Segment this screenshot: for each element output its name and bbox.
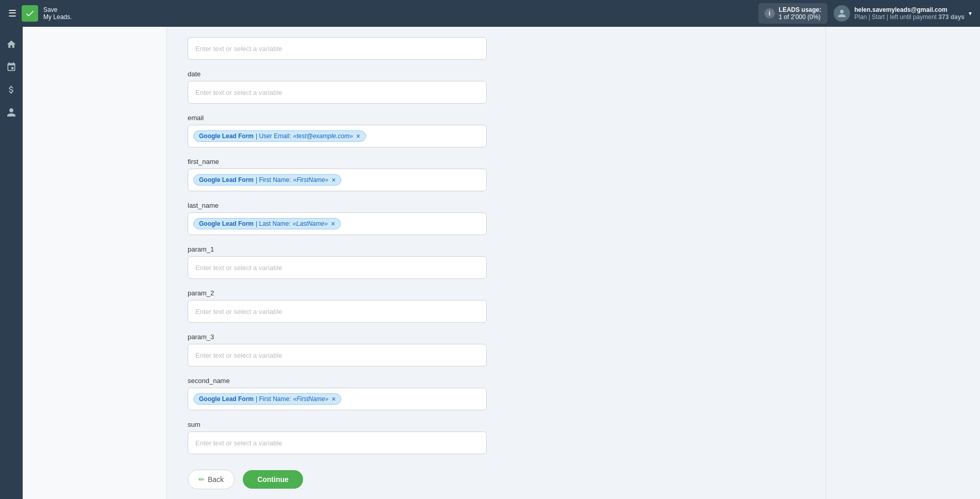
date-field-input[interactable]: Enter text or select a variable [188,81,487,104]
top-field-input[interactable]: Enter text or select a variable [188,37,487,60]
last-name-label: last_name [188,202,487,209]
sidebar [0,27,23,499]
second-name-tag-value: «FirstName» [293,395,328,403]
header: ☰ Save My Leads. i LEADS usage: 1 of 2'0… [0,0,980,27]
second-name-label: second_name [188,377,487,385]
field-group-email: email Google Lead Form | User Email: «te… [188,114,487,147]
email-label: email [188,114,487,122]
field-group-date: date Enter text or select a variable [188,70,487,104]
header-left: ☰ Save My Leads. [8,5,72,22]
field-group-sum: sum Enter text or select a variable [188,421,487,454]
left-panel [23,27,167,499]
logo-icon [22,5,38,22]
email-tag-source: Google Lead Form [199,132,254,140]
param2-label: param_2 [188,289,487,297]
leads-usage-text: LEADS usage: 1 of 2'000 (0%) [779,6,822,21]
date-label: date [188,70,487,78]
second-name-tag-close[interactable]: × [331,395,336,403]
logo-text: Save My Leads. [43,6,72,21]
user-avatar [834,5,850,22]
email-tag-value: «test@example.com» [293,132,353,140]
second-name-field-input[interactable]: Google Lead Form | First Name: «FirstNam… [188,388,487,410]
field-group-top: Enter text or select a variable [188,37,487,60]
first-name-tag-separator: | First Name: [256,176,291,184]
leads-usage-widget: i LEADS usage: 1 of 2'000 (0%) [758,3,828,24]
main-content: Enter text or select a variable date Ent… [23,27,980,499]
user-details: helen.savemyleads@gmail.com Plan | Start… [854,6,965,21]
last-name-tag-value: «LastName» [293,220,328,227]
header-right: i LEADS usage: 1 of 2'000 (0%) helen.sav… [758,3,972,24]
sidebar-item-connections[interactable] [2,58,21,76]
field-group-last-name: last_name Google Lead Form | Last Name: … [188,202,487,235]
first-name-tag-close[interactable]: × [331,176,336,184]
user-info[interactable]: helen.savemyleads@gmail.com Plan | Start… [834,5,972,22]
param3-field-input[interactable]: Enter text or select a variable [188,344,487,367]
last-name-tag: Google Lead Form | Last Name: «LastName»… [193,218,341,229]
form-container: Enter text or select a variable date Ent… [188,27,487,489]
user-menu-chevron[interactable]: ▾ [969,10,972,17]
first-name-tag-source: Google Lead Form [199,176,254,184]
last-name-tag-separator: | Last Name: [256,220,291,227]
last-name-tag-close[interactable]: × [331,220,335,227]
field-group-param3: param_3 Enter text or select a variable [188,333,487,367]
param3-label: param_3 [188,333,487,341]
param1-field-input[interactable]: Enter text or select a variable [188,256,487,279]
right-panel [825,27,980,499]
last-name-tag-source: Google Lead Form [199,220,254,227]
second-name-tag-source: Google Lead Form [199,395,254,403]
sidebar-item-profile[interactable] [2,103,21,122]
email-tag-separator: | User Email: [256,132,291,140]
field-group-param2: param_2 Enter text or select a variable [188,289,487,323]
second-name-tag-separator: | First Name: [256,395,291,403]
sum-field-input[interactable]: Enter text or select a variable [188,431,487,454]
pencil-icon: ✏ [198,475,205,484]
last-name-field-input[interactable]: Google Lead Form | Last Name: «LastName»… [188,212,487,235]
second-name-tag: Google Lead Form | First Name: «FirstNam… [193,393,341,405]
sidebar-item-home[interactable] [2,35,21,54]
sidebar-item-billing[interactable] [2,80,21,99]
email-tag: Google Lead Form | User Email: «test@exa… [193,130,366,142]
first-name-tag-value: «FirstName» [293,176,328,184]
field-group-first-name: first_name Google Lead Form | First Name… [188,158,487,191]
form-actions: ✏ Back Continue [188,470,487,489]
email-field-input[interactable]: Google Lead Form | User Email: «test@exa… [188,125,487,147]
field-group-param1: param_1 Enter text or select a variable [188,245,487,279]
sum-label: sum [188,421,487,428]
first-name-label: first_name [188,158,487,165]
layout: Enter text or select a variable date Ent… [0,27,980,499]
content-area: Enter text or select a variable date Ent… [167,27,825,499]
param1-label: param_1 [188,245,487,253]
param2-field-input[interactable]: Enter text or select a variable [188,300,487,323]
field-group-second-name: second_name Google Lead Form | First Nam… [188,377,487,410]
first-name-field-input[interactable]: Google Lead Form | First Name: «FirstNam… [188,169,487,191]
continue-button[interactable]: Continue [243,470,303,489]
email-tag-close[interactable]: × [356,132,360,140]
hamburger-menu[interactable]: ☰ [8,8,16,19]
first-name-tag: Google Lead Form | First Name: «FirstNam… [193,174,341,186]
info-icon[interactable]: i [765,8,775,19]
back-button[interactable]: ✏ Back [188,470,235,489]
